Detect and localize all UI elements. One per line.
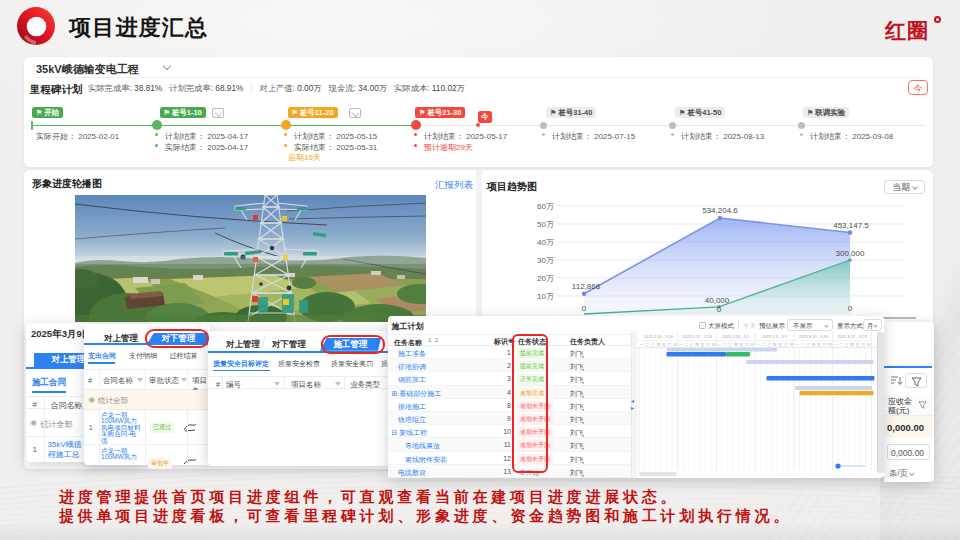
svg-text:2025.3.17 - 3.23: 2025.3.17 - 3.23 xyxy=(838,334,868,339)
svg-text:日: 日 xyxy=(750,341,754,346)
svg-text:二: 二 xyxy=(684,341,688,346)
svg-text:三: 三 xyxy=(651,341,655,346)
svg-text:六: 六 xyxy=(861,341,865,346)
svg-text:2025.2.10 - 2.16: 2025.2.10 - 2.16 xyxy=(644,334,674,339)
svg-text:六: 六 xyxy=(822,341,826,346)
svg-text:40,000: 40,000 xyxy=(705,296,730,305)
svg-text:30万: 30万 xyxy=(537,256,554,265)
svg-text:六: 六 xyxy=(784,341,788,346)
svg-text:五: 五 xyxy=(662,341,666,346)
svg-text:一: 一 xyxy=(795,341,799,346)
svg-text:40万: 40万 xyxy=(537,238,554,247)
svg-text:日: 日 xyxy=(828,341,832,346)
svg-text:五: 五 xyxy=(778,341,782,346)
svg-text:二: 二 xyxy=(762,341,766,346)
svg-text:日: 日 xyxy=(789,341,793,346)
svg-text:20万: 20万 xyxy=(537,274,554,283)
svg-text:四: 四 xyxy=(734,341,738,346)
svg-text:五: 五 xyxy=(739,341,743,346)
svg-text:0: 0 xyxy=(582,304,587,313)
svg-text:五: 五 xyxy=(701,341,705,346)
svg-text:60万: 60万 xyxy=(537,202,554,211)
svg-text:三: 三 xyxy=(690,341,694,346)
svg-text:四: 四 xyxy=(811,341,815,346)
svg-text:六: 六 xyxy=(667,341,671,346)
svg-text:0: 0 xyxy=(848,304,853,313)
svg-text:2025.3.3 - 3.9: 2025.3.3 - 3.9 xyxy=(762,334,787,339)
svg-text:一: 一 xyxy=(717,341,721,346)
svg-text:2025.3.10 - 3.16: 2025.3.10 - 3.16 xyxy=(799,334,829,339)
svg-text:二: 二 xyxy=(645,341,649,346)
svg-text:日: 日 xyxy=(673,341,677,346)
svg-text:二: 二 xyxy=(723,341,727,346)
svg-text:日: 日 xyxy=(712,341,716,346)
svg-text:三: 三 xyxy=(767,341,771,346)
svg-text:三: 三 xyxy=(806,341,810,346)
svg-text:五: 五 xyxy=(856,341,860,346)
svg-text:2025.2.24 - 3.2: 2025.2.24 - 3.2 xyxy=(722,334,750,339)
svg-text:四: 四 xyxy=(850,341,854,346)
svg-text:50万: 50万 xyxy=(537,220,554,229)
svg-text:日: 日 xyxy=(867,341,871,346)
svg-text:三: 三 xyxy=(845,341,849,346)
svg-text:二: 二 xyxy=(800,341,804,346)
svg-text:453,147.5: 453,147.5 xyxy=(833,221,869,230)
svg-text:六: 六 xyxy=(745,341,749,346)
svg-text:一: 一 xyxy=(640,341,644,346)
svg-text:112,868: 112,868 xyxy=(572,282,601,291)
svg-text:一: 一 xyxy=(756,341,760,346)
svg-text:2025.2.17 - 2.23: 2025.2.17 - 2.23 xyxy=(683,334,713,339)
svg-text:0: 0 xyxy=(717,305,722,314)
svg-text:300,000: 300,000 xyxy=(836,249,865,258)
svg-text:四: 四 xyxy=(695,341,699,346)
svg-text:二: 二 xyxy=(839,341,843,346)
svg-text:一: 一 xyxy=(834,341,838,346)
svg-text:10万: 10万 xyxy=(537,292,554,301)
svg-text:六: 六 xyxy=(706,341,710,346)
svg-text:534,204.6: 534,204.6 xyxy=(702,206,738,215)
svg-text:五: 五 xyxy=(817,341,821,346)
svg-text:一: 一 xyxy=(679,341,683,346)
svg-text:三: 三 xyxy=(728,341,732,346)
svg-text:四: 四 xyxy=(773,341,777,346)
svg-text:四: 四 xyxy=(656,341,660,346)
